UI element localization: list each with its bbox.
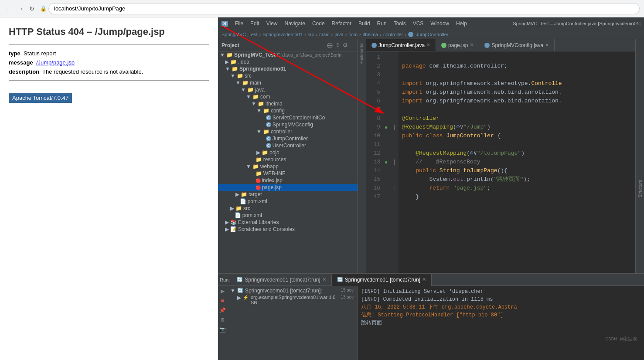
- menu-vcs[interactable]: VCS: [409, 20, 427, 27]
- java-tab-icon: [371, 43, 377, 48]
- tree-item-page-jsp[interactable]: 🔴 page.jsp: [218, 184, 358, 191]
- tree-item-resources[interactable]: 📁 resources: [218, 156, 358, 163]
- bookmarks-tab[interactable]: Bookmarks: [358, 39, 366, 68]
- tree-item-index-jsp[interactable]: 🔴 index.jsp: [218, 177, 358, 184]
- address-bar[interactable]: localhost/Jump/toJumpPage: [48, 3, 640, 14]
- code-content[interactable]: package com.itheima.controller; import o…: [399, 51, 635, 273]
- menu-file[interactable]: File: [232, 20, 247, 27]
- class-icon: [408, 32, 413, 37]
- tree-item-config[interactable]: ▼ 📁 config: [218, 107, 358, 114]
- menu-build[interactable]: Build: [355, 20, 374, 27]
- bottom-tabs: Run: 🔄 Springmvcdemo01 [tomcat7:run] ✕ 🔄…: [218, 274, 644, 286]
- ide-title: SpringMVC_Test – JumpController.java [Sp…: [513, 21, 641, 26]
- breadcrumb-class[interactable]: JumpController: [416, 32, 449, 37]
- run-tree-child[interactable]: ▶ ⚡ org.example:Springmvcdemo01:war:1.0-…: [230, 295, 354, 305]
- close-tab-pagejsp[interactable]: ✕: [470, 42, 474, 48]
- breadcrumb-controller[interactable]: controller: [383, 32, 403, 37]
- tree-item-target[interactable]: ▶ 📁 target: [218, 191, 358, 198]
- console-line-2: [INFO] Completed initialization in 1118 …: [361, 295, 641, 303]
- menu-edit[interactable]: Edit: [247, 20, 263, 27]
- sidebar-tree: ▼ 📁 SpringMVC_Test E:\Java_all\Java_proj…: [218, 51, 358, 273]
- close-run-1[interactable]: ✕: [322, 277, 326, 282]
- class-icon-jump: C: [266, 136, 271, 141]
- bottom-content: ▶ ■ 📌 ⚙ 📷 ▼ 🔄 Springmvcdemo01 [tomcat7:r…: [218, 286, 644, 360]
- http-message: message /Jump/page.jsp: [9, 59, 209, 66]
- bottom-panel: Run: 🔄 Springmvcdemo01 [tomcat7:run] ✕ 🔄…: [218, 273, 644, 360]
- menu-code[interactable]: Code: [309, 20, 328, 27]
- tree-item-src-main[interactable]: ▼ 📁 src: [218, 72, 358, 79]
- code-area[interactable]: 1234567891011121314151617: [366, 51, 635, 273]
- menu-help[interactable]: Help: [453, 20, 470, 27]
- tree-item-servletcontainer[interactable]: C ServletContainerInitCo: [218, 114, 358, 121]
- tree-item-pom-xml-outer[interactable]: 📄 pom.xml: [218, 212, 358, 219]
- tree-item-webapp[interactable]: ▼ 📁 webapp: [218, 163, 358, 170]
- breadcrumb-main[interactable]: main: [319, 32, 330, 37]
- tree-item-pom-xml-inner[interactable]: 📄 pom.xml: [218, 198, 358, 205]
- run-tree-root[interactable]: ▼ 🔄 Springmvcdemo01 [tomcat7:run]: 15 se…: [230, 288, 354, 294]
- menu-navigate[interactable]: Navigate: [281, 20, 309, 27]
- tree-item-usercontroller[interactable]: C UserController: [218, 142, 358, 149]
- pin-btn[interactable]: 📌: [219, 307, 226, 314]
- tree-item-scratches[interactable]: ▶ 📝 Scratches and Consoles: [218, 226, 358, 233]
- close-run-2[interactable]: ✕: [422, 277, 426, 282]
- sidebar-settings-icon[interactable]: ⚙: [343, 42, 348, 48]
- sidebar-title: Project: [221, 42, 239, 48]
- run-tab-2[interactable]: 🔄 Springmvcdemo01 [tomcat7:run] ✕: [332, 274, 432, 286]
- menu-tools[interactable]: Tools: [390, 20, 409, 27]
- menu-refactor[interactable]: Refactor: [328, 20, 355, 27]
- back-button[interactable]: ←: [4, 4, 14, 14]
- springmvc-tab-icon: [484, 43, 490, 48]
- tree-item-controller-folder[interactable]: ▼ 📁 controller: [218, 128, 358, 135]
- browser-content: HTTP Status 404 – /Jump/page.jsp type St…: [0, 17, 218, 360]
- fold-markers: │ │ └: [392, 51, 399, 273]
- bookmarks-panel: Bookmarks: [358, 39, 366, 273]
- stop-btn[interactable]: ■: [219, 297, 226, 304]
- camera-btn[interactable]: 📷: [219, 326, 226, 333]
- tree-item-com[interactable]: ▼ 📁 com: [218, 93, 358, 100]
- ide-menu: S File Edit View Navigate Code Refactor …: [218, 17, 644, 30]
- refresh-button[interactable]: ↻: [27, 4, 37, 14]
- main-container: HTTP Status 404 – /Jump/page.jsp type St…: [0, 17, 644, 360]
- tree-item-main[interactable]: ▼ 📁 main: [218, 79, 358, 86]
- sidebar-sort-icon[interactable]: ⇕: [335, 42, 340, 48]
- project-sidebar: Project ⨁ ⇕ ⚙ − ▼ 📁: [218, 39, 358, 273]
- tree-item-springmvcdemo01[interactable]: ▼ 📁 Springmvcdemo01: [218, 65, 358, 72]
- settings-run-btn[interactable]: ⚙: [219, 316, 226, 323]
- tab-pagejsp[interactable]: page.jsp ✕: [436, 39, 479, 51]
- run-tree: ▼ 🔄 Springmvcdemo01 [tomcat7:run]: 15 se…: [227, 286, 358, 360]
- run-tab-1[interactable]: 🔄 Springmvcdemo01 [tomcat7:run] ✕: [232, 274, 331, 286]
- sidebar-target-icon[interactable]: ⨁: [327, 42, 333, 48]
- forward-button[interactable]: →: [16, 4, 25, 14]
- tab-springmvcconfig[interactable]: SpringMVCconfig.java ✕: [479, 39, 555, 51]
- right-panel: [635, 39, 644, 273]
- tree-item-external-libraries[interactable]: ▶ 📚 External Libraries: [218, 219, 358, 226]
- console-watermark: CSDN @化尘埃: [361, 336, 641, 342]
- menu-run[interactable]: Run: [374, 20, 390, 27]
- breadcrumb-src[interactable]: src: [308, 32, 314, 37]
- tree-item-springmvcconfig[interactable]: C SpringMVCconfig: [218, 121, 358, 128]
- tree-item-idea[interactable]: ▶ 📁 .idea: [218, 58, 358, 65]
- close-tab-jumpcontroller[interactable]: ✕: [426, 42, 430, 48]
- menu-window[interactable]: Window: [427, 20, 453, 27]
- structure-tab[interactable]: Structure: [637, 177, 644, 201]
- breadcrumb-java[interactable]: java: [334, 32, 343, 37]
- tab-jumpcontroller[interactable]: JumpController.java ✕: [366, 39, 436, 51]
- breadcrumb-project[interactable]: SpringMVC_Test: [221, 32, 258, 37]
- breadcrumb-com[interactable]: com: [348, 32, 358, 37]
- restart-btn[interactable]: ▶: [219, 288, 226, 295]
- tree-item-pojo[interactable]: ▶ 📁 pojo: [218, 149, 358, 156]
- tree-item-src-outer[interactable]: ▶ 📁 src: [218, 205, 358, 212]
- breadcrumb-itheima[interactable]: itheima: [363, 32, 378, 37]
- ide-breadcrumb: SpringMVC_Test › Springmvcdemo01 › src ›…: [218, 30, 644, 39]
- tree-item-root[interactable]: ▼ 📁 SpringMVC_Test E:\Java_all\Java_proj…: [218, 51, 358, 58]
- sidebar-minimize-icon[interactable]: −: [351, 42, 354, 48]
- tree-item-webinf[interactable]: 📁 WEB-INF: [218, 170, 358, 177]
- tree-item-itheima[interactable]: ▼ 📁 itheima: [218, 100, 358, 107]
- class-icon-user: C: [266, 143, 271, 148]
- tree-item-java[interactable]: ▼ 📁 java: [218, 86, 358, 93]
- close-tab-springmvcconfig[interactable]: ✕: [545, 42, 549, 48]
- tree-item-jumpcontroller[interactable]: C JumpController: [218, 135, 358, 142]
- message-link[interactable]: /Jump/page.jsp: [36, 59, 75, 66]
- breadcrumb-module[interactable]: Springmvcdemo01: [262, 32, 303, 37]
- menu-view[interactable]: View: [263, 20, 281, 27]
